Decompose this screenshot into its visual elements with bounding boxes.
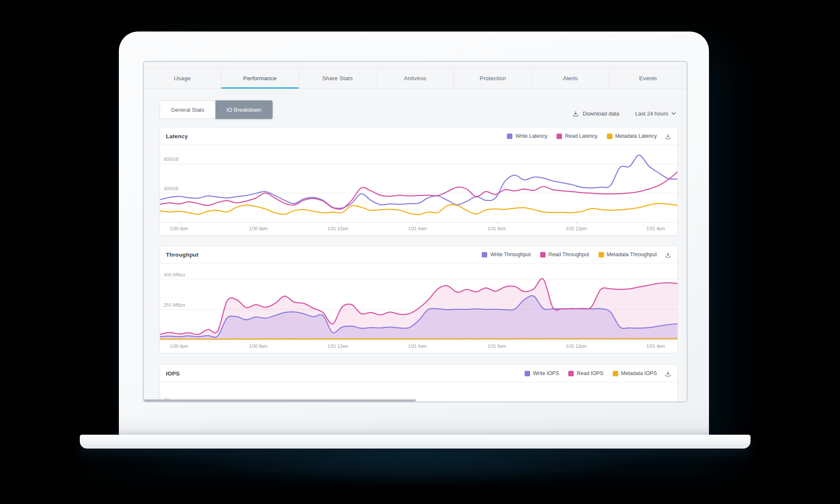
- chart-title: Latency: [166, 133, 188, 139]
- download-tray-icon: [572, 110, 579, 117]
- legend-swatch: [607, 134, 612, 139]
- tab-label: Alerts: [563, 75, 578, 81]
- x-tick-mark: [417, 222, 418, 224]
- tab-usage[interactable]: Usage: [144, 68, 221, 88]
- x-tick-label: 1/30 8pm: [249, 226, 268, 231]
- subtab-label: IO Breakdown: [227, 107, 261, 113]
- x-tick-mark: [258, 339, 259, 341]
- download-tray-icon: [664, 133, 672, 140]
- x-tick-label: 1/30 8pm: [249, 344, 268, 349]
- x-tick-label: 1/31 8am: [488, 226, 506, 231]
- x-tick-label: 1/31 12pm: [566, 344, 587, 349]
- tab-alerts[interactable]: Alerts: [531, 68, 609, 88]
- legend-swatch: [598, 252, 604, 257]
- x-tick-mark: [656, 222, 656, 224]
- chart-title: IOPS: [166, 370, 180, 377]
- throughput-plot-area: 500 MBps250 MBps: [160, 263, 677, 340]
- legend-label: Write IOPS: [533, 370, 559, 376]
- legend-swatch: [556, 134, 562, 139]
- chevron-down-icon: [672, 112, 676, 115]
- legend-item-metadata-iops[interactable]: Metadata IOPS: [613, 370, 657, 376]
- throughput-chart-card: Throughput Write ThroughputRead Throughp…: [160, 246, 678, 353]
- time-range-label: Last 24 hours: [635, 110, 668, 117]
- x-tick-mark: [656, 339, 656, 341]
- time-range-dropdown[interactable]: Last 24 hours: [635, 110, 676, 117]
- legend-label: Write Throughput: [490, 252, 530, 257]
- download-tray-icon: [664, 370, 672, 377]
- chart-toolbar: Download data Last 24 hours: [572, 107, 676, 120]
- x-tick-mark: [258, 222, 259, 224]
- tab-label: Events: [639, 75, 657, 81]
- tab-share-stats[interactable]: Share Stats: [299, 68, 376, 88]
- chart-download-button[interactable]: [664, 370, 672, 377]
- legend-item-write-latency[interactable]: Write Latency: [507, 133, 547, 139]
- x-tick-label: 1/31 4pm: [646, 226, 665, 231]
- chart-legend: Write LatencyRead LatencyMetadata Latenc…: [498, 133, 657, 139]
- x-tick-mark: [338, 222, 338, 224]
- x-tick-label: 1/30 4pm: [170, 226, 188, 231]
- x-tick-label: 1/31 4pm: [646, 344, 665, 349]
- x-tick-label: 1/31 4am: [408, 344, 427, 349]
- x-tick-label: 1/31 12pm: [566, 226, 587, 231]
- legend-label: Read Latency: [565, 133, 597, 139]
- x-tick-label: 1/31 12am: [328, 344, 349, 349]
- legend-item-read-iops[interactable]: Read IOPS: [568, 370, 603, 376]
- subtab-general-stats[interactable]: General Stats: [160, 100, 215, 119]
- x-tick-label: 1/31 8am: [488, 344, 506, 349]
- legend-swatch: [482, 252, 487, 257]
- chart-download-button[interactable]: [664, 251, 672, 258]
- sub-tab-group: General Stats IO Breakdown: [160, 100, 273, 119]
- tab-label: Protection: [480, 75, 506, 81]
- x-tick-label: 1/31 12am: [328, 226, 349, 231]
- download-data-label: Download data: [583, 110, 619, 117]
- subtab-label: General Stats: [171, 107, 205, 113]
- metadata-throughput-line: [160, 339, 677, 339]
- legend-label: Metadata Latency: [615, 133, 657, 139]
- tab-label: Antivirus: [404, 75, 427, 81]
- read-throughput-area: [160, 278, 677, 340]
- legend-item-read-latency[interactable]: Read Latency: [556, 133, 597, 139]
- latency-x-axis: 1/30 4pm1/30 8pm1/31 12am1/31 4am1/31 8a…: [160, 222, 677, 235]
- x-tick-mark: [417, 339, 418, 341]
- tab-performance[interactable]: Performance: [221, 68, 299, 88]
- x-tick-mark: [179, 222, 179, 224]
- latency-plot-area: 800GB400GB: [160, 145, 677, 222]
- x-tick-mark: [576, 222, 577, 224]
- tab-protection[interactable]: Protection: [454, 68, 531, 88]
- tab-label: Usage: [174, 75, 191, 81]
- legend-label: Metadata Throughput: [607, 252, 657, 257]
- legend-label: Write Latency: [515, 133, 547, 139]
- legend-item-write-throughput[interactable]: Write Throughput: [482, 252, 530, 257]
- x-tick-label: 1/31 4am: [408, 226, 427, 231]
- legend-label: Read IOPS: [577, 370, 603, 376]
- legend-swatch: [507, 134, 512, 139]
- legend-item-metadata-latency[interactable]: Metadata Latency: [607, 133, 657, 139]
- x-tick-mark: [576, 339, 577, 341]
- x-tick-label: 1/30 4pm: [170, 344, 188, 349]
- legend-item-read-throughput[interactable]: Read Throughput: [540, 252, 589, 257]
- latency-chart-svg: [160, 145, 677, 222]
- download-data-button[interactable]: Download data: [572, 110, 619, 117]
- throughput-x-axis: 1/30 4pm1/30 8pm1/31 12am1/31 4am1/31 8a…: [160, 340, 677, 353]
- x-tick-mark: [338, 339, 338, 341]
- x-tick-mark: [497, 339, 497, 341]
- active-tab-underline: [221, 87, 299, 89]
- tab-events[interactable]: Events: [609, 68, 687, 88]
- horizontal-scrollbar-thumb[interactable]: [144, 399, 416, 402]
- subtab-io-breakdown[interactable]: IO Breakdown: [215, 100, 273, 119]
- chart-legend: Write IOPSRead IOPSMetadata IOPS: [515, 370, 657, 376]
- tab-bar: UsagePerformanceShare StatsAntivirusProt…: [144, 68, 687, 89]
- metadata-latency-line: [160, 203, 677, 215]
- chart-legend: Write ThroughputRead ThroughputMetadata …: [472, 252, 657, 257]
- legend-item-write-iops[interactable]: Write IOPS: [525, 370, 559, 376]
- download-tray-icon: [664, 251, 672, 258]
- legend-label: Read Throughput: [549, 252, 589, 257]
- iops-chart-card: IOPS Write IOPSRead IOPSMetadata IOPS 40: [160, 365, 678, 402]
- tab-antivirus[interactable]: Antivirus: [376, 68, 454, 88]
- x-tick-mark: [179, 339, 179, 341]
- chart-download-button[interactable]: [664, 133, 672, 140]
- latency-chart-card: Latency Write LatencyRead LatencyMetadat…: [160, 127, 678, 236]
- laptop-screen: UsagePerformanceShare StatsAntivirusProt…: [143, 61, 688, 402]
- legend-item-metadata-throughput[interactable]: Metadata Throughput: [598, 252, 657, 257]
- card-header: Latency Write LatencyRead LatencyMetadat…: [160, 128, 677, 145]
